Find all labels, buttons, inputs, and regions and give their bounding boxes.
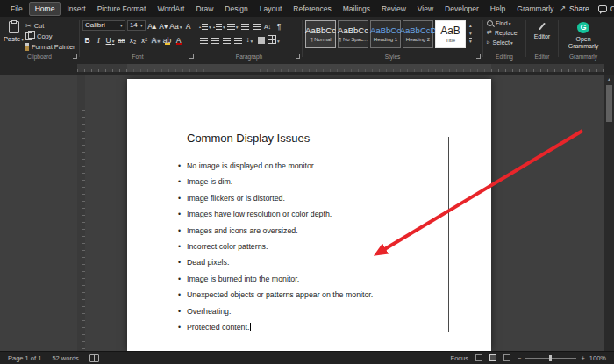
- justify-button[interactable]: [233, 33, 243, 45]
- comments-button[interactable]: Comments: [598, 4, 614, 13]
- shading-button[interactable]: [256, 33, 266, 45]
- page-indicator[interactable]: Page 1 of 1: [8, 354, 41, 362]
- clear-formatting-button[interactable]: A: [183, 19, 193, 31]
- style-title[interactable]: AaB Title: [435, 20, 466, 48]
- shrink-font-button[interactable]: A▾: [159, 19, 168, 31]
- focus-mode-button[interactable]: Focus: [451, 354, 468, 362]
- tab-review[interactable]: Review: [376, 2, 411, 16]
- subscript-button[interactable]: x₂: [128, 33, 138, 45]
- vertical-ruler[interactable]: [77, 75, 85, 351]
- share-button[interactable]: ↗ Share: [560, 4, 589, 13]
- share-label: Share: [569, 4, 589, 13]
- align-right-button[interactable]: [222, 33, 232, 45]
- web-layout-icon[interactable]: [503, 354, 510, 361]
- grow-font-button[interactable]: A▴: [147, 19, 157, 31]
- style-normal[interactable]: AaBbCc ¶ Normal: [305, 20, 336, 48]
- style-heading-2[interactable]: AaBbCcD Heading 2: [403, 20, 433, 48]
- tab-home[interactable]: Home: [29, 2, 61, 16]
- change-case-button[interactable]: Aa: [170, 19, 182, 31]
- text-effects-button[interactable]: A: [151, 33, 161, 45]
- sort-button[interactable]: A↓: [263, 19, 273, 31]
- comments-icon: [598, 5, 607, 12]
- open-grammarly-button[interactable]: G Open Grammarly: [560, 18, 606, 51]
- find-button[interactable]: Find: [487, 20, 524, 26]
- tab-design[interactable]: Design: [219, 2, 253, 16]
- zoom-out-button[interactable]: −: [518, 354, 521, 362]
- tab-file[interactable]: File: [5, 2, 28, 16]
- styles-scroll-up-button[interactable]: ▴: [469, 23, 472, 30]
- proofing-icon[interactable]: [89, 354, 99, 362]
- zoom-controls: − + 100%: [518, 354, 606, 362]
- show-formatting-button[interactable]: ¶: [275, 19, 284, 31]
- select-icon: ▹: [487, 39, 490, 46]
- font-dialog-launcher[interactable]: [189, 54, 194, 59]
- borders-button[interactable]: [268, 33, 280, 45]
- word-count[interactable]: 52 words: [52, 354, 78, 362]
- style-preview: AaBbCc: [370, 26, 401, 35]
- highlight-color-button[interactable]: ab: [162, 33, 172, 45]
- styles-scroll-down-button[interactable]: ▾: [469, 31, 472, 38]
- font-size-combo[interactable]: 14: [127, 20, 146, 31]
- paragraph-dialog-launcher[interactable]: [296, 54, 300, 59]
- styles-gallery-more-button[interactable]: ▾: [469, 38, 472, 46]
- numbering-button[interactable]: [213, 19, 225, 31]
- tab-layout[interactable]: Layout: [254, 2, 288, 16]
- vertical-scrollbar[interactable]: ▴: [604, 75, 614, 351]
- scroll-up-icon[interactable]: ▴: [604, 75, 614, 84]
- style-heading-1[interactable]: AaBbCc Heading 1: [370, 20, 401, 48]
- zoom-slider[interactable]: [525, 358, 576, 359]
- replace-button[interactable]: ⇄ Replace: [487, 29, 524, 36]
- increase-indent-button[interactable]: [252, 19, 261, 31]
- red-arrow-annotation[interactable]: [0, 75, 614, 351]
- decrease-indent-button[interactable]: [240, 19, 250, 31]
- chevron-down-icon: [139, 21, 143, 29]
- scrollbar-thumb[interactable]: [606, 85, 612, 122]
- styles-dialog-launcher[interactable]: [476, 54, 481, 59]
- bold-button[interactable]: B: [82, 33, 92, 45]
- select-button[interactable]: ▹ Select: [487, 39, 524, 46]
- style-no-spacing[interactable]: AaBbCc ¶ No Spac...: [338, 20, 368, 48]
- align-left-button[interactable]: [199, 33, 209, 45]
- search-icon: [487, 20, 493, 26]
- tab-wordart[interactable]: WordArt: [152, 2, 189, 16]
- tab-view[interactable]: View: [412, 2, 439, 16]
- underline-button[interactable]: U: [105, 33, 115, 45]
- tab-insert[interactable]: Insert: [61, 2, 90, 16]
- format-painter-button[interactable]: Format Painter: [25, 43, 75, 51]
- style-label: Heading 1: [374, 37, 397, 42]
- cut-button[interactable]: ✂ Cut: [25, 22, 75, 30]
- cut-label: Cut: [34, 22, 45, 30]
- chevron-down-icon: [119, 21, 123, 29]
- editor-group: Editor Editor: [526, 17, 558, 61]
- zoom-level[interactable]: 100%: [589, 354, 606, 362]
- tab-references[interactable]: References: [288, 2, 336, 16]
- print-layout-icon[interactable]: [489, 354, 496, 361]
- copy-label: Copy: [37, 32, 53, 40]
- tab-draw[interactable]: Draw: [190, 2, 218, 16]
- superscript-button[interactable]: x²: [139, 33, 149, 45]
- editor-button[interactable]: Editor: [528, 18, 556, 51]
- tab-mailings[interactable]: Mailings: [338, 2, 375, 16]
- align-center-icon: [211, 38, 219, 44]
- multilevel-list-button[interactable]: [227, 19, 239, 31]
- font-color-button[interactable]: A: [174, 33, 183, 45]
- tab-developer[interactable]: Developer: [439, 2, 484, 16]
- line-spacing-button[interactable]: ↕: [245, 33, 254, 45]
- editor-pencil-icon: [539, 23, 546, 31]
- tab-grammarly[interactable]: Grammarly: [511, 2, 559, 16]
- font-name-combo[interactable]: Calibri: [82, 20, 125, 31]
- clipboard-dialog-launcher[interactable]: [73, 54, 77, 59]
- read-mode-icon[interactable]: [475, 354, 482, 361]
- tab-help[interactable]: Help: [485, 2, 510, 16]
- italic-button[interactable]: I: [94, 33, 104, 45]
- zoom-in-button[interactable]: +: [581, 354, 584, 362]
- align-center-button[interactable]: [211, 33, 220, 45]
- horizontal-ruler[interactable]: [0, 61, 614, 75]
- paste-button[interactable]: Paste: [2, 18, 25, 51]
- copy-button[interactable]: Copy: [25, 32, 75, 40]
- bullets-button[interactable]: [199, 19, 211, 31]
- comments-label: Comments: [610, 4, 614, 13]
- strikethrough-button[interactable]: ab: [117, 33, 126, 45]
- zoom-slider-thumb[interactable]: [549, 355, 552, 361]
- tab-picture-format[interactable]: Picture Format: [92, 2, 152, 16]
